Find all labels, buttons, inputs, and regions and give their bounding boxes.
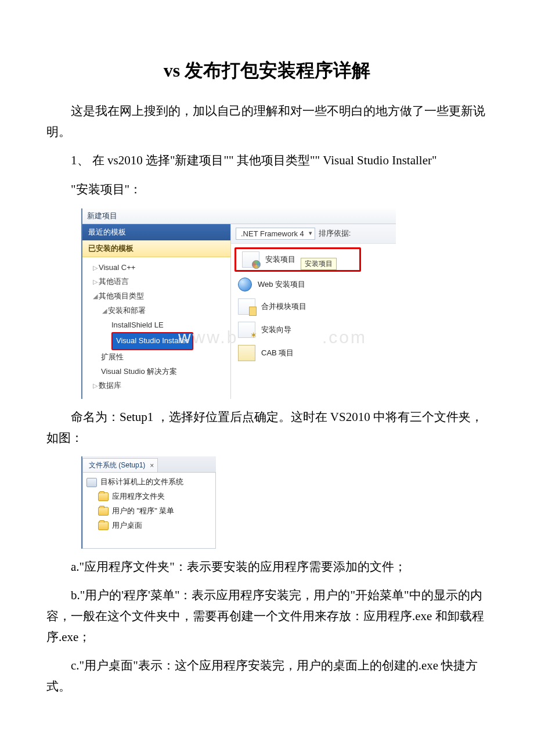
tooltip: 安装项目 bbox=[301, 258, 337, 270]
close-icon[interactable]: × bbox=[150, 462, 154, 470]
fs-folder-label: 用户的 "程序" 菜单 bbox=[112, 505, 174, 517]
templates-left-pane: 最近的模板 已安装的模板 ▷Visual C++ ▷其他语言 ◢其他项目类型 ◢… bbox=[82, 224, 231, 399]
cab-icon bbox=[238, 345, 255, 361]
fs-folder-label: 应用程序文件夹 bbox=[112, 491, 165, 503]
tree-node-other-lang[interactable]: ▷其他语言 bbox=[86, 275, 230, 289]
template-item-merge-module[interactable]: 合并模块项目 bbox=[231, 295, 396, 318]
page-title: vs 发布打包安装程序详解 bbox=[46, 58, 488, 84]
template-item-web-setup[interactable]: Web 安装项目 bbox=[231, 274, 396, 295]
folder-icon bbox=[98, 507, 109, 516]
tree-label: 其他语言 bbox=[99, 275, 129, 289]
tree-label: Visual C++ bbox=[99, 261, 135, 275]
installed-templates-header[interactable]: 已安装的模板 bbox=[82, 240, 230, 257]
template-item-label: 安装项目 bbox=[265, 254, 295, 265]
template-item-label: CAB 项目 bbox=[261, 348, 294, 358]
paragraph-c: c."用户桌面"表示：这个应用程序安装完，用户的桌面上的创建的.exe 快捷方式… bbox=[46, 656, 488, 697]
tree-node-database[interactable]: ▷数据库 bbox=[86, 379, 230, 393]
screenshot-new-project-dialog: 新建项目 最近的模板 已安装的模板 ▷Visual C++ ▷其他语言 ◢其他项… bbox=[81, 208, 396, 399]
sort-label: 排序依据: bbox=[319, 228, 351, 239]
tree-label: Visual Studio 解决方案 bbox=[101, 365, 177, 379]
paragraph-intro: 这是我在网上搜到的，加以自己的理解和对一些不明白的地方做了一些更新说明。 bbox=[46, 101, 488, 142]
paragraph-b: b."用户的'程序'菜单"：表示应用程序安装完，用户的"开始菜单"中的显示的内容… bbox=[46, 585, 488, 647]
tree-node-extensibility[interactable]: 扩展性 bbox=[86, 350, 230, 365]
fs-folder-programs-menu[interactable]: 用户的 "程序" 菜单 bbox=[85, 504, 213, 519]
template-item-cab[interactable]: CAB 项目 bbox=[231, 341, 396, 365]
paragraph-setup-project: "安装项目"： bbox=[46, 179, 488, 200]
template-item-label: Web 安装项目 bbox=[258, 279, 305, 290]
template-item-label: 合并模块项目 bbox=[261, 301, 306, 312]
tree-label: InstallShield LE bbox=[111, 318, 164, 333]
fs-root[interactable]: 目标计算机上的文件系统 bbox=[85, 475, 213, 489]
tree-node-setup-deploy[interactable]: ◢安装和部署 bbox=[86, 304, 230, 318]
template-item-setup-wizard[interactable]: 安装向导 bbox=[231, 318, 396, 341]
fs-folder-label: 用户桌面 bbox=[112, 520, 142, 532]
setup-project-icon bbox=[242, 251, 259, 268]
merge-module-icon bbox=[238, 298, 255, 315]
fs-folder-desktop[interactable]: 用户桌面 bbox=[85, 519, 213, 533]
tree-label: 其他项目类型 bbox=[99, 289, 144, 304]
templates-tree: ▷Visual C++ ▷其他语言 ◢其他项目类型 ◢安装和部署 Install… bbox=[82, 257, 230, 399]
globe-icon bbox=[238, 278, 252, 291]
tree-label: 扩展性 bbox=[101, 350, 124, 365]
tree-node-other-types[interactable]: ◢其他项目类型 bbox=[86, 289, 230, 304]
tab-label: 文件系统 (Setup1) bbox=[89, 460, 145, 470]
tree-node-visual-cpp[interactable]: ▷Visual C++ bbox=[86, 261, 230, 275]
screenshot-file-system: 文件系统 (Setup1) × 目标计算机上的文件系统 应用程序文件夹 用户的 … bbox=[81, 456, 216, 548]
fs-root-label: 目标计算机上的文件系统 bbox=[100, 476, 183, 488]
tree-node-vs-solution[interactable]: Visual Studio 解决方案 bbox=[86, 365, 230, 379]
fs-folder-app[interactable]: 应用程序文件夹 bbox=[85, 489, 213, 504]
wizard-icon bbox=[238, 322, 255, 338]
template-item-label: 安装向导 bbox=[261, 325, 291, 335]
paragraph-step1: 1、 在 vs2010 选择"新建项目"" 其他项目类型"" Visual St… bbox=[46, 150, 488, 171]
framework-combo[interactable]: .NET Framework 4 bbox=[236, 228, 315, 240]
tree-label: 数据库 bbox=[99, 379, 121, 393]
tree-node-installshield[interactable]: InstallShield LE bbox=[86, 318, 230, 333]
template-item-setup-project[interactable]: 安装项目 bbox=[234, 247, 361, 272]
tab-file-system[interactable]: 文件系统 (Setup1) × bbox=[82, 458, 158, 472]
tree-label: 安装和部署 bbox=[108, 304, 146, 318]
paragraph-naming: 命名为：Setup1 ，选择好位置后点确定。这时在 VS2010 中将有三个文件… bbox=[46, 407, 488, 448]
recent-templates-header[interactable]: 最近的模板 bbox=[82, 224, 230, 240]
folder-icon bbox=[98, 521, 109, 530]
templates-right-pane: .NET Framework 4 排序依据: 安装项目 安装项目 Web 安装项… bbox=[231, 224, 396, 399]
tree-node-vs-installer[interactable]: Visual Studio Installer bbox=[86, 332, 230, 350]
computer-icon bbox=[86, 478, 97, 487]
folder-icon bbox=[98, 492, 109, 501]
paragraph-a: a."应用程序文件夹"：表示要安装的应用程序需要添加的文件； bbox=[46, 557, 488, 578]
tree-label-selected: Visual Studio Installer bbox=[111, 332, 193, 350]
step1-text: 1、 在 vs2010 选择"新建项目"" 其他项目类型"" Visual St… bbox=[71, 153, 437, 167]
dialog-title: 新建项目 bbox=[82, 208, 396, 224]
